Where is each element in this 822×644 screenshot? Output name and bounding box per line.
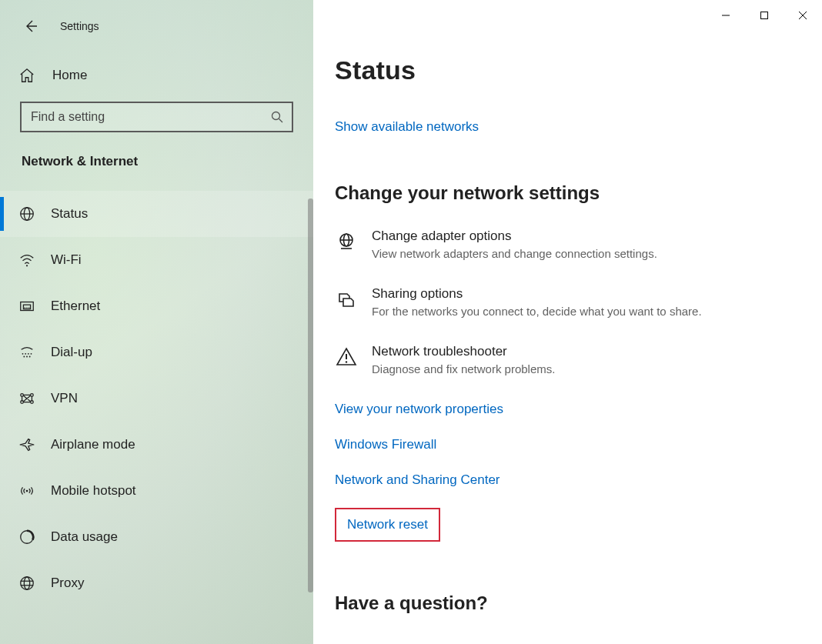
vpn-icon: [18, 390, 35, 407]
nav-label: Wi-Fi: [51, 252, 82, 268]
setting-desc: For the networks you connect to, decide …: [372, 305, 791, 318]
question-heading: Have a question?: [335, 592, 791, 614]
sidebar: Settings Home Network & Internet Status …: [0, 0, 313, 644]
svg-point-17: [28, 353, 29, 355]
page-title: Status: [335, 55, 791, 85]
minimize-button[interactable]: [707, 2, 745, 29]
nav-label: Ethernet: [51, 299, 100, 314]
nav-item-data-usage[interactable]: Data usage: [0, 514, 313, 560]
nav-label: Mobile hotspot: [51, 483, 136, 499]
search-icon: [270, 110, 284, 124]
setting-title: Network troubleshooter: [372, 344, 791, 359]
svg-point-24: [21, 401, 24, 404]
link-network-and-sharing-center[interactable]: Network and Sharing Center: [335, 472, 500, 488]
close-button[interactable]: [784, 2, 822, 29]
svg-point-15: [22, 353, 24, 355]
setting-desc: View network adapters and change connect…: [372, 247, 791, 260]
sidebar-scrollbar[interactable]: [308, 199, 313, 592]
setting-title: Change adapter options: [372, 229, 791, 244]
svg-point-22: [21, 394, 24, 397]
link-network-reset[interactable]: Network reset: [347, 517, 428, 532]
back-button[interactable]: [18, 14, 43, 38]
svg-point-21: [29, 356, 31, 358]
svg-point-4: [272, 112, 280, 120]
link-view-your-network-properties[interactable]: View your network properties: [335, 402, 503, 417]
svg-point-20: [26, 356, 28, 358]
content-pane: Status Show available networks Change yo…: [313, 0, 822, 644]
search-input[interactable]: [31, 110, 270, 124]
nav-label: Airplane mode: [51, 437, 135, 452]
hotspot-icon: [18, 482, 35, 499]
nav-label: Dial-up: [51, 345, 92, 360]
svg-point-28: [21, 577, 34, 590]
nav-item-ethernet[interactable]: Ethernet: [0, 283, 313, 329]
dialup-icon: [18, 344, 35, 361]
globe-icon: [18, 205, 35, 222]
nav-label: VPN: [51, 391, 78, 406]
show-networks-link[interactable]: Show available networks: [335, 119, 479, 135]
setting-change-adapter-options[interactable]: Change adapter options View network adap…: [335, 229, 791, 260]
home-icon: [18, 67, 35, 84]
window-title: Settings: [60, 20, 99, 32]
troubleshoot-icon: [335, 345, 358, 369]
nav-label: Status: [51, 206, 88, 222]
nav-item-wi-fi[interactable]: Wi-Fi: [0, 237, 313, 283]
search-box[interactable]: [20, 102, 293, 132]
svg-point-29: [24, 577, 29, 590]
svg-rect-1: [761, 12, 768, 19]
nav-label: Data usage: [51, 529, 118, 545]
svg-point-19: [23, 356, 25, 358]
nav-item-proxy[interactable]: Proxy: [0, 560, 313, 606]
setting-desc: Diagnose and fix network problems.: [372, 362, 791, 375]
change-settings-heading: Change your network settings: [335, 182, 791, 204]
ethernet-icon: [18, 298, 35, 315]
nav-item-status[interactable]: Status: [0, 191, 313, 237]
proxy-icon: [18, 575, 35, 592]
svg-point-9: [26, 265, 28, 266]
svg-point-26: [26, 490, 28, 492]
svg-point-25: [31, 401, 34, 404]
home-label: Home: [52, 68, 87, 83]
adapter-icon: [335, 230, 358, 253]
nav-label: Proxy: [51, 576, 84, 591]
highlight-box: Network reset: [335, 508, 440, 542]
setting-sharing-options[interactable]: Sharing options For the networks you con…: [335, 286, 791, 318]
svg-point-18: [31, 353, 32, 355]
svg-line-5: [279, 119, 283, 123]
svg-point-37: [346, 361, 347, 362]
setting-network-troubleshooter[interactable]: Network troubleshooter Diagnose and fix …: [335, 344, 791, 375]
maximize-button[interactable]: [745, 2, 784, 29]
category-label: Network & Internet: [0, 132, 313, 177]
nav-item-vpn[interactable]: VPN: [0, 375, 313, 422]
link-windows-firewall[interactable]: Windows Firewall: [335, 437, 436, 452]
datausage-icon: [18, 529, 35, 546]
nav-item-airplane-mode[interactable]: Airplane mode: [0, 422, 313, 468]
airplane-icon: [18, 436, 35, 453]
setting-title: Sharing options: [372, 286, 791, 302]
sharing-icon: [335, 288, 358, 311]
svg-point-16: [25, 353, 26, 355]
nav-item-dial-up[interactable]: Dial-up: [0, 329, 313, 375]
nav-item-mobile-hotspot[interactable]: Mobile hotspot: [0, 468, 313, 514]
svg-point-23: [31, 394, 34, 397]
home-nav[interactable]: Home: [0, 54, 313, 97]
wifi-icon: [18, 252, 35, 269]
